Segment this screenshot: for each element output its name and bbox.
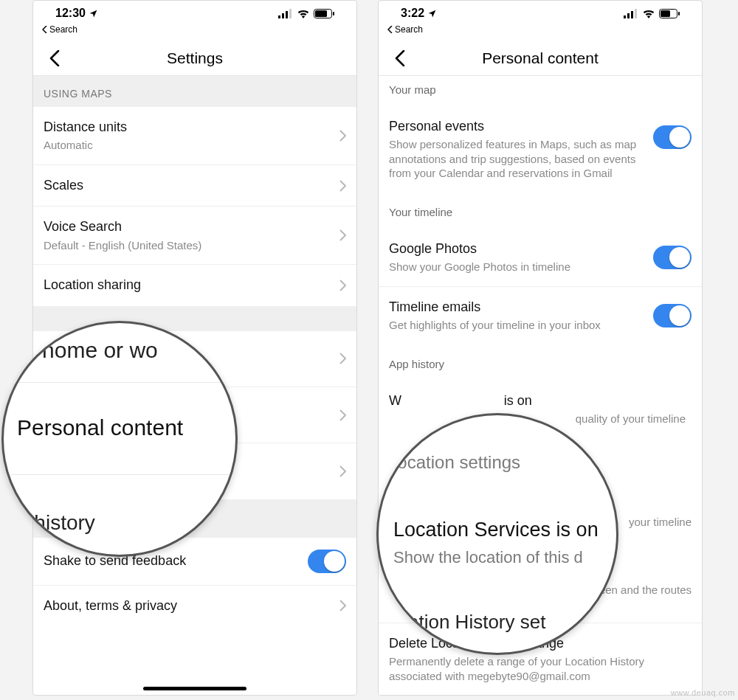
svg-rect-8	[627, 13, 630, 18]
chevron-right-icon	[339, 180, 346, 192]
toggle-shake-feedback[interactable]	[308, 550, 346, 573]
back-to-app[interactable]: Search	[42, 24, 77, 35]
nav-header: Personal content	[379, 41, 702, 76]
chevron-left-icon	[395, 50, 405, 66]
tiny-back-icon	[387, 26, 393, 33]
chevron-right-icon	[339, 353, 346, 364]
home-indicator[interactable]	[143, 687, 246, 690]
nav-header: Settings	[33, 41, 356, 76]
section-your-map: Your map	[379, 76, 702, 106]
svg-rect-6	[333, 12, 334, 15]
svg-rect-12	[661, 10, 670, 17]
cellular-icon	[278, 9, 293, 18]
svg-rect-10	[635, 9, 637, 18]
row-title: Scales	[44, 177, 333, 194]
chevron-right-icon	[339, 229, 346, 241]
row-title: Google Photos	[389, 240, 647, 257]
svg-rect-7	[624, 15, 626, 18]
row-subtitle: Automatic	[44, 138, 333, 153]
back-to-app[interactable]: Search	[387, 24, 423, 35]
chevron-right-icon	[339, 280, 346, 291]
chevron-left-icon	[49, 50, 60, 66]
row-scales[interactable]: Scales	[33, 165, 356, 207]
chevron-right-icon	[339, 465, 346, 477]
svg-rect-2	[286, 11, 288, 18]
status-time: 3:22	[401, 7, 424, 20]
row-voice-search[interactable]: Voice Search Default - English (United S…	[33, 207, 356, 265]
row-distance-units[interactable]: Distance units Automatic	[33, 107, 356, 165]
cellular-icon	[624, 9, 638, 18]
row-title: Voice Search	[44, 218, 333, 235]
svg-rect-0	[278, 15, 280, 18]
row-subtitle-fragment: your timeline	[629, 516, 692, 528]
mag-location-settings: Location settings	[387, 452, 520, 473]
chevron-right-icon	[339, 600, 346, 611]
row-location-sharing[interactable]: Location sharing	[33, 265, 356, 305]
toggle-timeline-emails[interactable]	[653, 304, 692, 328]
magnifier-left: dit home or wo Personal content ps histo…	[1, 321, 238, 557]
back-app-label: Search	[49, 24, 77, 35]
magnifier-right: Location settings Location Services is o…	[376, 413, 618, 655]
section-your-timeline: Your timeline	[379, 193, 702, 229]
row-subtitle: Get highlights of your timeline in your …	[389, 318, 647, 333]
row-timeline-emails[interactable]: Timeline emails Get highlights of your t…	[379, 287, 702, 344]
mag-location-history: ation History set	[408, 611, 545, 634]
wifi-icon	[642, 9, 655, 18]
row-title: Timeline emails	[389, 299, 647, 316]
svg-rect-1	[282, 13, 284, 18]
status-bar: 3:22	[379, 1, 702, 26]
row-title: Distance units	[44, 119, 333, 136]
status-bar: 12:30	[33, 1, 356, 26]
row-title: Web & App Activity is on	[389, 392, 686, 409]
chevron-right-icon	[339, 409, 346, 421]
page-title: Personal content	[482, 49, 599, 67]
back-button[interactable]	[44, 47, 66, 69]
row-title: Personal events	[389, 118, 647, 135]
section-using-maps: USING MAPS	[33, 76, 356, 107]
location-arrow-icon	[89, 9, 98, 18]
back-button[interactable]	[389, 47, 411, 69]
toggle-personal-events[interactable]	[653, 125, 692, 149]
row-title: About, terms & privacy	[44, 597, 333, 614]
back-app-label: Search	[395, 24, 423, 35]
chevron-right-icon	[339, 130, 346, 142]
battery-icon	[314, 9, 334, 18]
svg-rect-9	[631, 11, 633, 18]
tiny-back-icon	[42, 26, 48, 33]
row-subtitle: Permanently delete a range of your Locat…	[389, 654, 686, 683]
svg-rect-5	[315, 10, 327, 17]
svg-rect-13	[678, 12, 680, 15]
svg-rect-3	[289, 9, 292, 18]
row-google-photos[interactable]: Google Photos Show your Google Photos in…	[379, 229, 702, 287]
row-about-terms[interactable]: About, terms & privacy	[33, 586, 356, 626]
row-subtitle: Show personalized features in Maps, such…	[389, 137, 647, 181]
row-subtitle: Show your Google Photos in timeline	[389, 260, 647, 274]
mag-location-services: Location Services is on	[393, 519, 599, 541]
battery-icon	[659, 9, 680, 18]
watermark: www.deuaq.com	[671, 688, 735, 697]
row-subtitle: Default - English (United States)	[44, 238, 333, 253]
row-title: Location sharing	[44, 277, 333, 294]
wifi-icon	[297, 9, 310, 18]
mag-personal-content: Personal content	[17, 415, 183, 440]
location-arrow-icon	[427, 9, 437, 18]
page-title: Settings	[167, 49, 223, 67]
row-title: Shake to send feedback	[44, 552, 302, 569]
row-personal-events[interactable]: Personal events Show personalized featur…	[379, 106, 702, 193]
mag-location-sub: Show the location of this d	[393, 548, 583, 567]
toggle-google-photos[interactable]	[653, 246, 692, 269]
status-time: 12:30	[55, 7, 86, 20]
section-app-history: App history	[379, 344, 702, 381]
